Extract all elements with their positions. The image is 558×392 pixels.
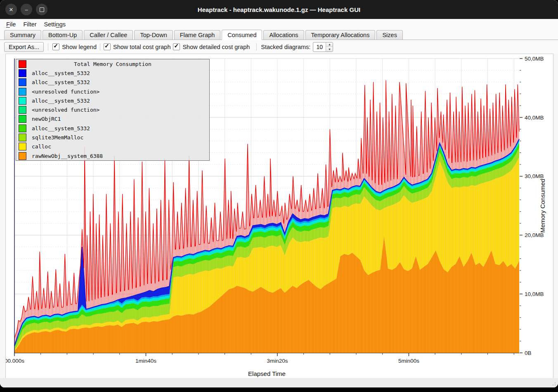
legend-swatch [19,134,26,141]
legend-swatch [19,152,26,160]
stacked-diagrams-value: 10 [313,42,326,52]
x-axis-title: Elapsed Time [248,370,286,377]
legend-row: alloc__system_5332 [16,96,209,105]
y-tick-label: 0B [525,350,532,356]
legend-swatch [19,69,26,77]
menu-settings[interactable]: Settings [40,20,69,28]
titlebar: ✕ – Heaptrack - heaptrack.wakunode.1.gz … [0,0,558,19]
legend-swatch [19,60,26,68]
y-tick-label: 30,0MB [525,173,544,179]
memory-chart: 00.000s1min40s3min20s5min00s0B10,0MB20,0… [5,54,553,379]
checkbox-icon[interactable] [173,43,180,50]
minimize-icon[interactable]: – [21,4,32,15]
legend-row: <unresolved function> [16,105,209,114]
tab-bottom-up[interactable]: Bottom-Up [43,30,83,40]
tab-temporary-allocations[interactable]: Temporary Allocations [305,30,376,40]
maximize-square-glyph [40,7,44,12]
tabbar: SummaryBottom-UpCaller / CalleeTop-DownF… [0,30,558,40]
legend-swatch [19,78,26,86]
spin-up-icon[interactable]: ▲ [326,42,333,47]
legend-label: <unresolved function> [32,89,99,95]
legend-label: alloc__system_5332 [32,79,90,85]
tab-flame-graph[interactable]: Flame Graph [174,30,221,40]
legend-swatch [19,97,26,105]
legend-row: Total Memory Consumption [16,59,209,68]
tab-top-down[interactable]: Top-Down [134,30,173,40]
legend-label: newObjRC1 [32,116,61,122]
legend-row: newObjRC1 [16,115,209,124]
legend-label: Total Memory Consumption [26,61,199,67]
y-tick-label: 40,0MB [525,115,544,121]
legend-label: calloc [32,143,51,150]
window-title: Heaptrack - heaptrack.wakunode.1.gz — He… [0,6,558,13]
tab-allocations[interactable]: Allocations [263,30,304,40]
y-tick-label: 10,0MB [525,291,544,297]
tab-summary[interactable]: Summary [4,30,41,40]
close-icon[interactable]: ✕ [5,4,17,15]
legend-swatch [19,88,26,96]
status-strip [0,378,558,387]
legend-label: alloc__system_5332 [32,70,90,76]
x-tick-label: 1min40s [135,358,156,364]
tab-sizes[interactable]: Sizes [376,30,402,40]
checkbox-label: Show legend [62,44,97,50]
legend-row: alloc__system_5332 [16,124,209,133]
legend-swatch [19,106,26,114]
tab-consumed[interactable]: Consumed [222,30,262,40]
chart-legend: Total Memory Consumptionalloc__system_53… [16,59,210,161]
resize-grip-icon[interactable] [551,381,556,386]
checkbox-show-detailed-cost-graph[interactable]: Show detailed cost graph [173,43,250,50]
tab-caller-callee[interactable]: Caller / Callee [84,30,133,40]
checkbox-icon[interactable] [104,43,111,50]
maximize-icon[interactable] [36,4,47,15]
y-tick-label: 20,0MB [525,232,544,238]
checkbox-show-legend[interactable]: Show legend [52,43,97,50]
stacked-diagrams-label: Stacked diagrams: [261,44,310,50]
spin-down-icon[interactable]: ▼ [326,47,333,52]
legend-label: <unresolved function> [32,107,99,113]
toolbar-separator [256,43,257,51]
app-window: ✕ – Heaptrack - heaptrack.wakunode.1.gz … [0,0,558,387]
x-tick-label: 3min20s [267,358,288,364]
legend-label: rawNewObj__system_6388 [32,153,103,159]
menu-filter[interactable]: Filter [19,20,40,28]
legend-row: rawNewObj__system_6388 [16,151,209,160]
x-tick-label: 5min00s [398,358,419,364]
legend-label: sqlite3MemMalloc [32,134,83,141]
y-tick-label: 50,0MB [525,56,544,62]
menubar: FileFilterSettings [0,19,558,30]
legend-row: <unresolved function> [16,87,209,96]
checkbox-icon[interactable] [52,43,59,50]
legend-label: alloc__system_5332 [32,98,90,104]
checkbox-label: Show total cost graph [113,44,170,50]
legend-row: calloc [16,142,209,151]
checkbox-show-total-cost-graph[interactable]: Show total cost graph [104,43,170,50]
x-tick-label: 00.000s [6,358,24,364]
menu-file[interactable]: File [2,20,19,28]
toolbar-separator [48,43,48,51]
legend-swatch [19,115,26,123]
stacked-diagrams-stepper[interactable]: 10 ▲ ▼ [313,42,333,52]
checkbox-label: Show detailed cost graph [182,44,250,50]
y-axis-title: Memory Consumed [539,179,546,233]
legend-label: alloc__system_5332 [32,125,90,131]
legend-swatch [19,143,26,150]
legend-swatch [19,124,26,132]
export-as-button[interactable]: Export As... [4,42,44,52]
window-controls: ✕ – [5,4,47,15]
legend-row: sqlite3MemMalloc [16,133,209,142]
toolbar: Export As... Show legendShow total cost … [0,40,558,54]
legend-row: alloc__system_5332 [16,78,209,87]
legend-row: alloc__system_5332 [16,68,209,77]
